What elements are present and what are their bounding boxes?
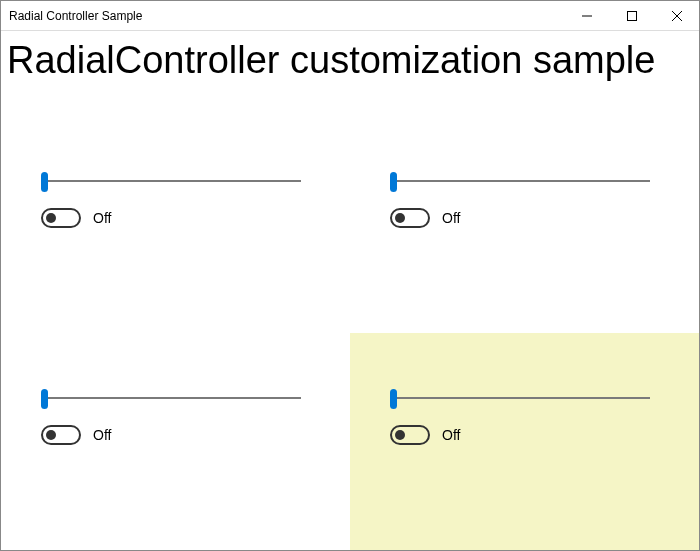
maximize-button[interactable] <box>609 1 654 30</box>
window-controls <box>564 1 699 30</box>
toggle-knob <box>46 430 56 440</box>
close-icon <box>672 11 682 21</box>
toggle-4[interactable] <box>390 425 430 445</box>
slider-4[interactable] <box>390 389 650 407</box>
slider-track <box>390 397 650 399</box>
toggle-1-label: Off <box>93 210 111 226</box>
toggle-4-label: Off <box>442 427 460 443</box>
slider-2[interactable] <box>390 172 650 190</box>
quadrant-top-left: Off <box>1 116 350 333</box>
slider-1[interactable] <box>41 172 301 190</box>
titlebar: Radial Controller Sample <box>1 1 699 31</box>
minimize-icon <box>582 11 592 21</box>
svg-rect-1 <box>627 11 636 20</box>
window-title: Radial Controller Sample <box>9 9 142 23</box>
slider-track <box>41 397 301 399</box>
toggle-2-label: Off <box>442 210 460 226</box>
toggle-3[interactable] <box>41 425 81 445</box>
page-title: RadialController customization sample <box>1 31 699 90</box>
toggle-1[interactable] <box>41 208 81 228</box>
quadrant-bottom-right: Off <box>350 333 699 550</box>
quadrant-bottom-left: Off <box>1 333 350 550</box>
slider-thumb[interactable] <box>41 389 48 409</box>
slider-3[interactable] <box>41 389 301 407</box>
slider-track <box>41 180 301 182</box>
quadrant-top-right: Off <box>350 116 699 333</box>
content-area: RadialController customization sample Of… <box>1 31 699 550</box>
close-button[interactable] <box>654 1 699 30</box>
toggle-knob <box>395 430 405 440</box>
slider-thumb[interactable] <box>390 389 397 409</box>
toggle-knob <box>395 213 405 223</box>
toggle-knob <box>46 213 56 223</box>
minimize-button[interactable] <box>564 1 609 30</box>
quadrant-grid: Off Off <box>1 116 699 550</box>
slider-thumb[interactable] <box>41 172 48 192</box>
slider-track <box>390 180 650 182</box>
slider-thumb[interactable] <box>390 172 397 192</box>
maximize-icon <box>627 11 637 21</box>
toggle-2[interactable] <box>390 208 430 228</box>
toggle-3-label: Off <box>93 427 111 443</box>
